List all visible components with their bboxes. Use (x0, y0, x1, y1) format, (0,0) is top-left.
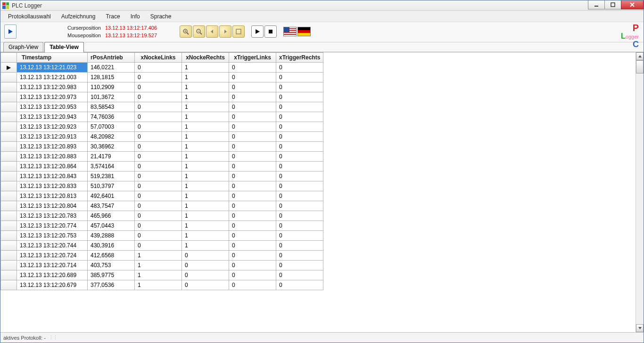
cell-rposantrieb: 21,4179 (88, 152, 135, 162)
table-row[interactable]: 13.12.13 13:12:20.783465,9660100 (1, 211, 323, 221)
table-row[interactable]: 13.12.13 13:12:20.94374,760360100 (1, 112, 323, 122)
table-row[interactable]: 13.12.13 13:12:20.843519,23810100 (1, 172, 323, 181)
table-row[interactable]: 13.12.13 13:12:20.744430,39160100 (1, 241, 323, 251)
table-row[interactable]: 13.12.13 13:12:20.95383,585430100 (1, 102, 323, 112)
row-selector[interactable] (1, 162, 17, 172)
close-button[interactable] (621, 0, 644, 9)
row-selector[interactable] (1, 181, 17, 191)
tab-table-view[interactable]: Table-View (44, 42, 84, 52)
row-selector[interactable] (1, 280, 17, 290)
cell-rposantrieb: 492,6401 (88, 191, 135, 201)
row-selector[interactable] (1, 191, 17, 201)
tab-graph-view[interactable]: Graph-View (3, 42, 43, 52)
vertical-scrollbar[interactable] (636, 52, 644, 332)
menubar: Protokollauswahl Aufzeichnung Trace Info… (0, 11, 644, 22)
row-selector[interactable]: ▶ (1, 63, 17, 73)
scroll-up-button[interactable] (636, 52, 644, 60)
table-row[interactable]: 13.12.13 13:12:20.89330,369620100 (1, 142, 323, 152)
row-selector[interactable] (1, 201, 17, 211)
table-row[interactable]: 13.12.13 13:12:20.88321,41790100 (1, 152, 323, 162)
table-row[interactable]: 13.12.13 13:12:20.91348,209820100 (1, 132, 323, 142)
table-row[interactable]: ▶13.12.13 13:12:21.023146,02210100 (1, 63, 323, 73)
cell-xtriggerlinks: 0 (229, 102, 276, 112)
col-timestamp[interactable]: Timestamp (17, 53, 88, 63)
stop-button[interactable] (264, 25, 277, 38)
cell-rposantrieb: 483,7547 (88, 201, 135, 211)
cell-timestamp: 13.12.13 13:12:20.744 (17, 241, 88, 251)
row-selector[interactable] (1, 152, 17, 162)
row-selector[interactable] (1, 132, 17, 142)
cell-xtriggerlinks: 0 (229, 152, 276, 162)
zoom-out-button[interactable] (193, 25, 205, 38)
menu-aufzeichnung[interactable]: Aufzeichnung (57, 12, 100, 21)
table-row[interactable]: 13.12.13 13:12:20.774457,04430100 (1, 221, 323, 231)
table-row[interactable]: 13.12.13 13:12:20.714403,7531000 (1, 261, 323, 270)
cell-rposantrieb: 30,36962 (88, 142, 135, 152)
cell-timestamp: 13.12.13 13:12:20.714 (17, 261, 88, 270)
table-row[interactable]: 13.12.13 13:12:20.679377,05361000 (1, 280, 323, 290)
run-button[interactable] (4, 24, 17, 39)
row-selector[interactable] (1, 270, 17, 280)
col-xnockerechts[interactable]: xNockeRechts (182, 53, 229, 63)
table-row[interactable]: 13.12.13 13:12:20.92357,070030100 (1, 122, 323, 132)
col-rposantrieb[interactable]: rPosAntrieb (88, 53, 135, 63)
nav-right-button[interactable] (219, 25, 231, 38)
row-selector[interactable] (1, 211, 17, 221)
col-xtriggerrechts[interactable]: xTriggerRechts (276, 53, 323, 63)
zoom-fit-button[interactable] (232, 25, 245, 38)
table-scroll-area[interactable]: Timestamp rPosAntrieb xNockeLinks xNocke… (0, 52, 636, 332)
table-row[interactable]: 13.12.13 13:12:20.983110,29090100 (1, 82, 323, 92)
table-row[interactable]: 13.12.13 13:12:20.753439,28880100 (1, 231, 323, 241)
row-selector[interactable] (1, 92, 17, 102)
content-area: Timestamp rPosAntrieb xNockeLinks xNocke… (0, 52, 644, 332)
row-selector[interactable] (1, 241, 17, 251)
scroll-down-button[interactable] (636, 324, 644, 332)
cell-rposantrieb: 74,76036 (88, 112, 135, 122)
language-english-button[interactable] (283, 27, 297, 36)
row-selector[interactable] (1, 251, 17, 261)
zoom-in-button[interactable] (180, 25, 192, 38)
table-row[interactable]: 13.12.13 13:12:21.003128,18150100 (1, 73, 323, 82)
cell-xtriggerrechts: 0 (276, 63, 323, 73)
cell-xnockerechts: 0 (182, 280, 229, 290)
table-row[interactable]: 13.12.13 13:12:20.813492,64010100 (1, 191, 323, 201)
cell-xnockerechts: 1 (182, 73, 229, 82)
row-selector[interactable] (1, 73, 17, 82)
row-selector[interactable] (1, 102, 17, 112)
scroll-track[interactable] (636, 60, 644, 324)
table-row[interactable]: 13.12.13 13:12:20.804483,75470100 (1, 201, 323, 211)
row-selector[interactable] (1, 231, 17, 241)
menu-info[interactable]: Info (126, 12, 145, 21)
svg-line-6 (187, 33, 189, 34)
row-selector[interactable] (1, 221, 17, 231)
minimize-button[interactable] (588, 0, 605, 9)
cell-xtriggerlinks: 0 (229, 181, 276, 191)
cell-xtriggerlinks: 0 (229, 73, 276, 82)
table-row[interactable]: 13.12.13 13:12:20.724412,65681000 (1, 251, 323, 261)
table-row[interactable]: 13.12.13 13:12:20.973101,36720100 (1, 92, 323, 102)
row-selector[interactable] (1, 261, 17, 270)
col-xtriggerlinks[interactable]: xTriggerLinks (229, 53, 276, 63)
scroll-thumb[interactable] (636, 60, 644, 74)
row-selector[interactable] (1, 122, 17, 132)
window-title: PLC Logger (12, 2, 42, 9)
cell-rposantrieb: 57,07003 (88, 122, 135, 132)
col-xnockelinks[interactable]: xNockeLinks (135, 53, 182, 63)
table-row[interactable]: 13.12.13 13:12:20.833510,37970100 (1, 181, 323, 191)
menu-sprache[interactable]: Sprache (146, 12, 176, 21)
row-selector[interactable] (1, 82, 17, 92)
data-table: Timestamp rPosAntrieb xNockeLinks xNocke… (0, 52, 323, 290)
language-german-button[interactable] (297, 27, 311, 36)
menu-protokollauswahl[interactable]: Protokollauswahl (3, 12, 56, 21)
row-selector[interactable] (1, 142, 17, 152)
row-selector[interactable] (1, 172, 17, 181)
table-row[interactable]: 13.12.13 13:12:20.8643,5741640100 (1, 162, 323, 172)
logo-letter-p: P (633, 23, 639, 33)
cell-xtriggerrechts: 0 (276, 152, 323, 162)
nav-left-button[interactable] (206, 25, 218, 38)
menu-trace[interactable]: Trace (101, 12, 124, 21)
play-button[interactable] (251, 25, 264, 38)
row-selector[interactable] (1, 112, 17, 122)
table-row[interactable]: 13.12.13 13:12:20.689385,97751000 (1, 270, 323, 280)
maximize-button[interactable] (604, 0, 621, 9)
